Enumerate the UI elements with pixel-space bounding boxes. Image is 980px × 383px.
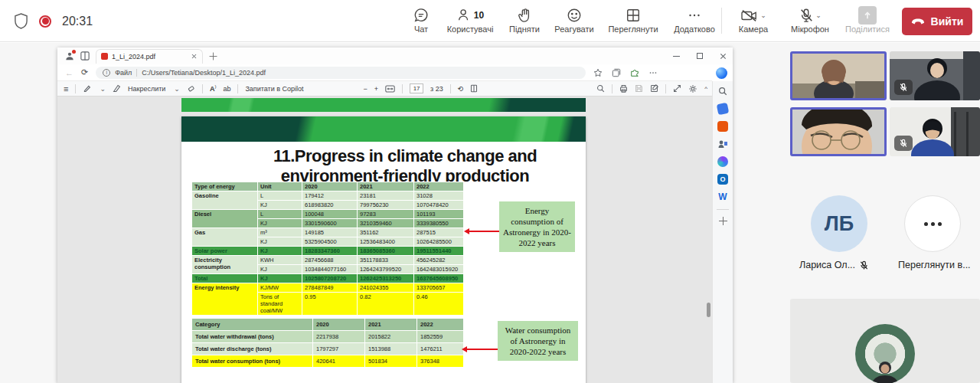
sidebar-add-icon[interactable] xyxy=(719,217,727,225)
zoom-in-icon[interactable]: + xyxy=(374,85,378,93)
pdf-toc-icon[interactable]: ≡ xyxy=(64,84,68,93)
tab-close-icon[interactable] xyxy=(191,54,197,59)
extensions-icon[interactable] xyxy=(630,68,639,77)
pdf-toolbar: ≡ ⌄ Накреслити ⌄ A) ab Запитати в Copilo… xyxy=(57,81,712,97)
table-cell: 18283347360 xyxy=(302,247,358,256)
participant-avatar[interactable]: ЛБ xyxy=(811,195,867,252)
table-cell: L xyxy=(258,192,302,201)
highlight-chevron-icon[interactable]: ⌄ xyxy=(100,85,106,93)
page-total-label: з 23 xyxy=(430,85,443,93)
zoom-out-icon[interactable]: − xyxy=(364,85,368,93)
table-row: TotalKJ102580720872012624253132501637645… xyxy=(192,274,464,283)
table-cell: 19511551440 xyxy=(414,247,464,256)
reload-icon[interactable]: ⟳ xyxy=(81,67,88,77)
copilot-ask-button[interactable]: Запитати в Copilot xyxy=(245,85,303,93)
view-more-label: Переглянути в... xyxy=(898,260,971,270)
camera-chevron-icon[interactable]: ⌄ xyxy=(760,11,766,19)
video-tile-1[interactable] xyxy=(790,51,887,100)
sidebar-games-icon[interactable] xyxy=(717,156,728,167)
table-cell: 0.95 xyxy=(302,293,358,316)
table-row: Total water withdrawal (tons)22179382015… xyxy=(192,331,464,343)
more-button[interactable]: Додатково xyxy=(668,3,721,40)
window-minimize-button[interactable] xyxy=(673,56,680,57)
text-select-icon[interactable]: ab xyxy=(223,85,230,93)
raise-hand-icon xyxy=(518,6,531,25)
table-row: GasolineL1794122318131028 xyxy=(192,192,464,201)
page-info-icon[interactable]: i xyxy=(103,69,110,77)
participants-button[interactable]: 10 Користувачі xyxy=(441,3,499,40)
page-number-input[interactable]: 17 xyxy=(410,83,423,93)
microphone-button[interactable]: ⌄ Мікрофон xyxy=(782,3,838,40)
video-tile-5[interactable] xyxy=(790,299,980,383)
browser-profile-icon[interactable] xyxy=(65,51,74,61)
table-cell: 287515 xyxy=(414,228,464,237)
sidebar-w-icon[interactable]: W xyxy=(717,192,728,202)
window-restore-button[interactable] xyxy=(697,53,703,59)
sidebar-shopping-icon[interactable] xyxy=(717,103,730,116)
new-tab-button[interactable] xyxy=(210,52,217,60)
raise-hand-button[interactable]: Підняти xyxy=(502,3,547,40)
save-as-icon[interactable] xyxy=(650,84,658,93)
copilot-icon[interactable] xyxy=(716,67,727,79)
rotate-icon[interactable]: ⟲ xyxy=(458,85,464,93)
pdf-settings-gear-icon[interactable] xyxy=(688,84,697,93)
pdf-erase-icon[interactable] xyxy=(187,84,195,93)
react-icon xyxy=(567,6,582,25)
chat-button[interactable]: Чат xyxy=(404,3,438,40)
browser-menu-icon[interactable] xyxy=(648,68,658,77)
url-field[interactable]: i Файл C:/Users/Tetiana/Desktop/1_Li_202… xyxy=(96,67,586,79)
browser-tab-active[interactable]: 1_Li_2024.pdf xyxy=(96,49,203,64)
participants-icon: 10 xyxy=(456,6,484,25)
table-cell: 12536483400 xyxy=(358,237,414,247)
pdf-search-icon[interactable] xyxy=(596,84,605,93)
window-close-button[interactable] xyxy=(720,53,727,60)
video-tile-3[interactable] xyxy=(790,107,887,156)
sidebar-search-icon[interactable] xyxy=(717,86,728,97)
sidebar-outlook-icon[interactable]: O xyxy=(717,174,728,185)
view-button[interactable]: Переглянути xyxy=(602,3,665,40)
table-cell: Gasoline xyxy=(192,192,258,210)
video-tile-2[interactable] xyxy=(890,51,980,100)
view-more-participants-button[interactable] xyxy=(904,195,961,252)
view-icon xyxy=(626,6,641,25)
table-row: Energy intensityKJ/MW2784878492410243551… xyxy=(192,283,464,293)
sidebar-office-icon[interactable] xyxy=(717,121,728,132)
collections-icon[interactable] xyxy=(612,68,621,77)
microphone-chevron-icon[interactable]: ⌄ xyxy=(815,11,822,19)
table-cell: Total water withdrawal (tons) xyxy=(192,331,313,343)
table-cell: 2015822 xyxy=(365,331,417,343)
table-cell: KJ xyxy=(258,237,302,247)
pdf-scrollbar-thumb[interactable] xyxy=(707,303,710,317)
participant-name: Лариса Ол... xyxy=(799,260,855,270)
share-button[interactable]: Поділитися xyxy=(842,3,893,40)
pdf-highlight-icon[interactable] xyxy=(83,84,91,93)
react-button[interactable]: Реагувати xyxy=(550,3,599,40)
pdf-draw-label[interactable]: Накреслити xyxy=(128,85,165,93)
fit-width-icon[interactable] xyxy=(385,85,395,93)
camera-label: Камера xyxy=(739,25,768,34)
fullscreen-icon[interactable] xyxy=(673,84,681,93)
edge-sidebar: O W xyxy=(712,81,733,383)
pdf-viewport[interactable]: 11.Progress in climate change and enviro… xyxy=(57,97,712,383)
table-cell: KJ xyxy=(258,201,302,210)
table-cell: 0.46 xyxy=(414,293,464,316)
browser-tab-strip: 1_Li_2024.pdf xyxy=(57,47,733,64)
save-icon[interactable] xyxy=(635,84,643,93)
page-view-icon[interactable] xyxy=(470,84,478,93)
collapse-toolbar-icon[interactable]: ^ xyxy=(704,85,707,92)
leave-button[interactable]: Вийти xyxy=(902,8,972,35)
previous-slide-edge xyxy=(181,98,586,112)
camera-button[interactable]: ⌄ Камера xyxy=(729,3,778,40)
pdf-draw-icon[interactable] xyxy=(113,84,121,93)
table-cell: 1262425313250 xyxy=(358,274,414,283)
sidebar-people-icon[interactable] xyxy=(717,139,728,149)
tab-search-icon[interactable] xyxy=(80,51,90,61)
back-icon[interactable]: ← xyxy=(65,68,74,77)
draw-chevron-icon[interactable]: ⌄ xyxy=(174,85,180,93)
read-aloud-icon[interactable]: A) xyxy=(210,84,217,93)
video-tile-4[interactable] xyxy=(890,107,980,156)
favorites-star-icon[interactable] xyxy=(593,68,603,77)
ellipsis-icon xyxy=(924,222,928,226)
table-row: DieselL10004897283101193 xyxy=(192,210,464,219)
print-icon[interactable] xyxy=(619,84,628,93)
